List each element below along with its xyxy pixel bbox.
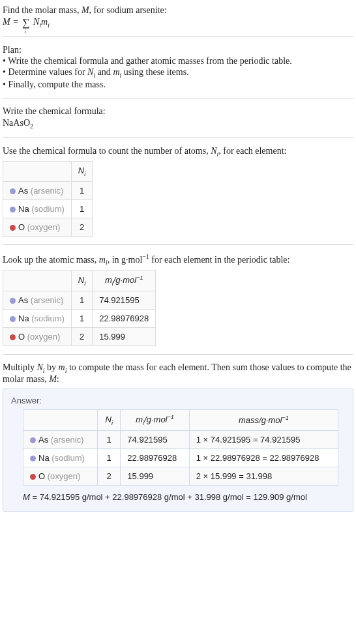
mult-a: Multiply: [3, 362, 37, 372]
intro-line1: Find the molar mass,: [3, 5, 82, 15]
N-value: 1: [98, 449, 121, 467]
chem-formula-text: NaAsO: [3, 118, 30, 128]
eq-M: M: [3, 17, 10, 27]
table-header-row: Ni mi/g·mol−1: [3, 271, 156, 291]
count-section: Use the chemical formula to count the nu…: [3, 143, 353, 239]
chemical-formula: NaAsO2: [3, 118, 353, 130]
table-header-row: Ni mi/g·mol−1 mass/g·mol−1: [23, 410, 338, 431]
hdr-unit: /g·mol: [144, 415, 167, 425]
plan-line1: • Write the chemical formula and gather …: [3, 56, 353, 66]
Ni-header: Ni: [71, 271, 92, 291]
table-row: As (arsenic) 1 74.921595 1 × 74.921595 =…: [23, 431, 338, 449]
N-value: 1: [71, 182, 92, 200]
element-symbol: O: [18, 222, 25, 232]
element-dot-icon: [10, 207, 16, 212]
hdr-mass: mass/g·mol: [239, 416, 282, 426]
element-cell: O (oxygen): [3, 328, 72, 346]
N-value: 2: [71, 218, 92, 237]
element-cell: O (oxygen): [3, 218, 72, 237]
element-dot-icon: [30, 437, 36, 443]
count-heading-a: Use the chemical formula to count the nu…: [3, 146, 211, 156]
mi-header: mi/g·mol−1: [121, 410, 189, 431]
element-symbol: Na: [18, 204, 29, 214]
element-cell: Na (sodium): [23, 449, 98, 467]
m-value: 22.98976928: [121, 449, 189, 467]
plan-section: Plan: • Write the chemical formula and g…: [3, 42, 353, 93]
hdr-m: m: [105, 276, 112, 285]
answer-table: Ni mi/g·mol−1 mass/g·mol−1 As (arsenic) …: [23, 409, 338, 486]
hdr-N: N: [78, 166, 84, 175]
lookup-a: Look up the atomic mass,: [3, 255, 99, 265]
plan-line3: • Finally, compute the mass.: [3, 80, 353, 90]
element-cell: Na (sodium): [3, 200, 72, 218]
molar-mass-equation: M = ∑i Nimi: [3, 17, 353, 29]
lookup-b: , in g·mol: [108, 255, 143, 265]
mult-by: by: [45, 362, 59, 372]
intro-section: Find the molar mass, M, for sodium arsen…: [3, 3, 353, 31]
table-row: Na (sodium) 1: [3, 200, 93, 218]
final-equation: M = 74.921595 g/mol + 22.98976928 g/mol …: [11, 492, 345, 502]
hdr-unit-exp: −1: [168, 414, 174, 420]
m-value: 74.921595: [121, 431, 189, 449]
table-row: As (arsenic) 1: [3, 182, 93, 200]
divider: [3, 354, 353, 355]
element-name: (arsenic): [51, 435, 84, 445]
mult-colon: :: [57, 374, 59, 384]
count-heading: Use the chemical formula to count the nu…: [3, 146, 353, 158]
empty-header: [3, 162, 72, 182]
multiply-heading: Multiply Ni by mi to compute the mass fo…: [3, 362, 353, 385]
hdr-Ni-sub: i: [111, 419, 113, 426]
lookup-m: m: [99, 255, 106, 265]
final-text: = 74.921595 g/mol + 22.98976928 g/mol + …: [30, 492, 307, 502]
plan-line2: • Determine values for Ni and mi using t…: [3, 67, 353, 79]
element-dot-icon: [10, 225, 16, 231]
intro-after: , for sodium arsenite:: [89, 5, 167, 15]
lookup-section: Look up the atomic mass, mi, in g·mol−1 …: [3, 250, 353, 349]
mass-header: mass/g·mol−1: [189, 410, 338, 431]
intro-text: Find the molar mass, M, for sodium arsen…: [3, 5, 353, 16]
hdr-unit: /g·mol: [113, 276, 136, 285]
chemical-formula-section: Write the chemical formula: NaAsO2: [3, 104, 353, 132]
lookup-exp: −1: [142, 253, 149, 260]
table-row: Na (sodium) 1 22.98976928 1 × 22.9897692…: [23, 449, 338, 467]
sigma-char: ∑: [22, 17, 29, 28]
mult-M: M: [49, 374, 57, 384]
table-row: As (arsenic) 1 74.921595: [3, 291, 156, 310]
table-row: O (oxygen) 2 15.999: [3, 328, 156, 346]
divider: [3, 98, 353, 98]
element-cell: Na (sodium): [3, 310, 72, 328]
answer-label: Answer:: [11, 396, 345, 405]
chem-heading: Write the chemical formula:: [3, 106, 353, 117]
divider: [3, 37, 353, 37]
element-name: (sodium): [31, 314, 65, 323]
hdr-unit-exp: −1: [136, 274, 143, 281]
hdr-N: N: [78, 275, 84, 285]
element-name: (arsenic): [31, 186, 64, 196]
mass-value: 1 × 74.921595 = 74.921595: [189, 431, 338, 449]
element-cell: As (arsenic): [3, 182, 72, 200]
element-symbol: Na: [38, 453, 50, 463]
intro-M: M: [82, 5, 89, 15]
hdr-m: m: [136, 415, 143, 425]
answer-box: Answer: Ni mi/g·mol−1 mass/g·mol−1 As (a…: [3, 388, 353, 512]
mass-value: 1 × 22.98976928 = 22.98976928: [189, 449, 338, 467]
hdr-mass-exp: −1: [282, 415, 288, 421]
element-symbol: O: [18, 332, 25, 342]
element-symbol: As: [18, 295, 28, 305]
element-symbol: As: [18, 186, 28, 196]
sigma-index: i: [24, 28, 26, 35]
mult-m: m: [59, 362, 65, 372]
hdr-Ni-sub: i: [84, 171, 85, 177]
m-value: 22.98976928: [93, 310, 156, 328]
Ni-header: Ni: [98, 410, 121, 431]
element-dot-icon: [10, 188, 16, 194]
element-name: (arsenic): [31, 295, 64, 305]
lookup-heading: Look up the atomic mass, mi, in g·mol−1 …: [3, 253, 353, 266]
element-dot-icon: [10, 316, 16, 322]
plan-line2b: using these items.: [121, 67, 188, 77]
table-row: O (oxygen) 2: [3, 218, 93, 237]
plan-heading: Plan:: [3, 45, 353, 55]
count-heading-b: , for each element:: [218, 146, 286, 156]
chem-formula-sub: 2: [30, 123, 33, 130]
N-value: 1: [71, 310, 92, 328]
